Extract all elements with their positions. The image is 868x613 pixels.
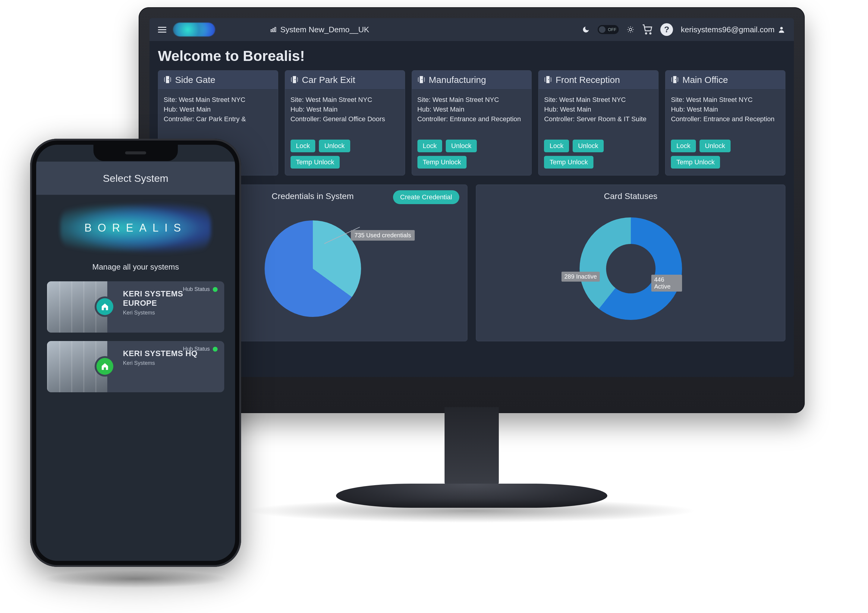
temp-unlock-button[interactable]: Temp Unlock <box>291 156 339 169</box>
lock-button[interactable]: Lock <box>417 140 442 152</box>
svg-point-8 <box>168 79 169 80</box>
widget-title: Card Statuses <box>604 191 657 201</box>
door-controller: Controller: Entrance and Reception <box>671 114 780 124</box>
widget-title: Credentials in System <box>271 191 353 201</box>
door-icon <box>417 75 425 84</box>
door-site: Site: West Main Street NYC <box>417 95 526 105</box>
system-org: Keri Systems <box>123 310 218 316</box>
phone-shadow <box>42 570 229 588</box>
user-icon <box>778 26 786 34</box>
unlock-button[interactable]: Unlock <box>573 140 604 152</box>
pie-callout-label: 735 Used credentials <box>351 230 415 241</box>
door-name: Front Reception <box>555 75 620 85</box>
door-controller: Controller: Car Park Entry & <box>164 114 273 124</box>
user-menu[interactable]: kerisystems96@gmail.com <box>681 25 786 34</box>
unlock-button[interactable]: Unlock <box>699 140 730 152</box>
door-site: Site: West Main Street NYC <box>291 95 399 105</box>
temp-unlock-button[interactable]: Temp Unlock <box>544 156 593 169</box>
system-selector[interactable]: System New_Demo__UK <box>270 25 369 34</box>
donut-chart: 289 Inactive 446 Active <box>580 217 682 320</box>
svg-point-10 <box>295 79 296 80</box>
phone-header: Select System <box>36 161 235 195</box>
status-dot-icon <box>213 347 218 352</box>
phone-notch <box>93 145 178 161</box>
svg-rect-1 <box>273 28 274 32</box>
door-controller: Controller: Server Room & IT Suite <box>544 114 653 124</box>
unlock-button[interactable]: Unlock <box>446 140 477 152</box>
svg-rect-2 <box>275 28 276 32</box>
door-card: Front Reception Site: West Main Street N… <box>538 70 659 175</box>
pie-chart <box>265 220 361 317</box>
unlock-button[interactable]: Unlock <box>319 140 350 152</box>
dashboard-page: Welcome to Borealis! Side Gate Site: <box>149 41 794 377</box>
theme-toggle[interactable]: OFF <box>598 25 619 34</box>
svg-rect-11 <box>420 76 423 83</box>
temp-unlock-button[interactable]: Temp Unlock <box>417 156 467 169</box>
svg-rect-9 <box>293 76 296 83</box>
system-card[interactable]: KERI SYSTEMS EUROPE Keri Systems Hub Sta… <box>47 281 224 332</box>
svg-point-12 <box>422 79 422 80</box>
help-icon[interactable]: ? <box>660 23 673 36</box>
brand-logo-large: BOREALIS <box>66 205 205 251</box>
system-card[interactable]: KERI SYSTEMS HQ Keri Systems Hub Status <box>47 341 224 392</box>
desktop-screen: System New_Demo__UK OFF ? <box>149 18 794 377</box>
system-chart-icon <box>270 26 277 33</box>
lock-button[interactable]: Lock <box>671 140 696 152</box>
moon-icon[interactable] <box>582 26 590 34</box>
top-bar: System New_Demo__UK OFF ? <box>149 18 794 41</box>
system-org: Keri Systems <box>123 360 218 366</box>
svg-point-3 <box>629 28 632 31</box>
door-name: Main Office <box>682 75 728 85</box>
system-badge-icon <box>96 358 113 375</box>
create-credential-button[interactable]: Create Credential <box>393 190 459 204</box>
system-name: System New_Demo__UK <box>280 25 369 34</box>
hub-status: Hub Status <box>183 346 218 352</box>
status-dot-icon <box>213 287 218 292</box>
temp-unlock-button[interactable]: Temp Unlock <box>671 156 720 169</box>
system-list: KERI SYSTEMS EUROPE Keri Systems Hub Sta… <box>36 281 235 392</box>
brand-text: BOREALIS <box>84 222 187 234</box>
svg-rect-7 <box>166 76 169 83</box>
door-icon <box>291 75 298 84</box>
brand-logo[interactable] <box>173 23 215 36</box>
svg-point-4 <box>646 33 647 34</box>
lock-button[interactable]: Lock <box>291 140 315 152</box>
toggle-label: OFF <box>608 27 616 32</box>
door-site: Site: West Main Street NYC <box>544 95 653 105</box>
door-info: Site: West Main Street NYC Hub: West Mai… <box>164 95 273 134</box>
phone-frame: Select System BOREALIS Manage all your s… <box>30 139 241 567</box>
door-name: Manufacturing <box>429 75 486 85</box>
sun-icon[interactable] <box>626 26 634 34</box>
lock-button[interactable]: Lock <box>544 140 569 152</box>
card-statuses-donut-chart: 289 Inactive 446 Active <box>484 208 777 329</box>
hamburger-menu-icon[interactable] <box>158 27 166 33</box>
door-name: Side Gate <box>175 75 215 85</box>
svg-rect-0 <box>271 29 272 32</box>
svg-point-6 <box>780 27 783 29</box>
door-controller: Controller: General Office Doors <box>291 114 399 124</box>
svg-rect-13 <box>546 76 550 83</box>
phone-screen: Select System BOREALIS Manage all your s… <box>36 145 235 561</box>
door-card: Manufacturing Site: West Main Street NYC… <box>412 70 532 175</box>
svg-rect-15 <box>673 76 677 83</box>
user-email: kerisystems96@gmail.com <box>681 25 775 34</box>
svg-point-14 <box>548 79 549 80</box>
door-icon <box>164 75 172 84</box>
phone-subtitle: Manage all your systems <box>36 262 235 272</box>
door-hub: Hub: West Main <box>544 105 653 114</box>
door-icon <box>671 75 679 84</box>
monitor-stand-neck <box>445 407 499 486</box>
phone-brand-area: BOREALIS <box>36 195 235 261</box>
donut-label-inactive: 289 Inactive <box>561 272 600 282</box>
mobile-phone: Select System BOREALIS Manage all your s… <box>30 139 241 588</box>
page-title: Welcome to Borealis! <box>158 48 786 64</box>
widgets-row: Create Credential Credentials in System … <box>158 185 786 341</box>
donut-label-active: 446 Active <box>651 275 682 292</box>
system-badge-icon <box>96 298 113 315</box>
phone-header-title: Select System <box>103 172 168 184</box>
door-hub: Hub: West Main <box>417 105 526 114</box>
monitor-shadow <box>246 499 698 523</box>
door-hub: Hub: West Main <box>164 105 273 114</box>
door-info: Site: West Main Street NYC Hub: West Mai… <box>291 95 399 134</box>
cart-icon[interactable] <box>642 25 653 35</box>
